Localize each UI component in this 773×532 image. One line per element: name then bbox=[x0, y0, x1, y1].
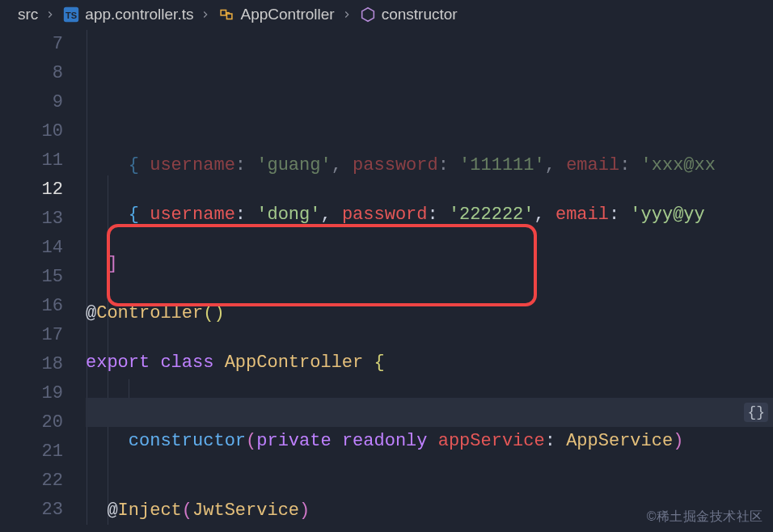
chevron-right-icon bbox=[43, 7, 57, 22]
code-line: ] bbox=[86, 250, 773, 279]
lineno: 8 bbox=[0, 59, 63, 88]
code-line-active: constructor(private readonly appService:… bbox=[86, 398, 773, 427]
svg-rect-2 bbox=[222, 11, 226, 15]
lineno: 20 bbox=[0, 408, 63, 437]
lineno: 16 bbox=[0, 292, 63, 321]
breadcrumb-file[interactable]: app.controller.ts bbox=[85, 6, 193, 23]
lineno: 17 bbox=[0, 321, 63, 350]
lineno: 9 bbox=[0, 88, 63, 117]
svg-rect-3 bbox=[227, 14, 232, 19]
code-line: @Controller() bbox=[86, 299, 773, 328]
line-number-gutter: 7 8 9 10 11 12 13 14 15 16 17 18 19 20 2… bbox=[0, 30, 86, 532]
method-icon bbox=[359, 6, 377, 23]
class-icon bbox=[218, 6, 235, 23]
breadcrumb-class[interactable]: AppController bbox=[240, 6, 334, 23]
lineno: 13 bbox=[0, 205, 63, 234]
lineno: 21 bbox=[0, 437, 63, 467]
svg-text:TS: TS bbox=[65, 11, 77, 20]
lineno: 12 bbox=[0, 175, 63, 205]
lineno: 23 bbox=[0, 496, 63, 525]
lineno: 19 bbox=[0, 379, 63, 408]
lineno: 18 bbox=[0, 350, 63, 379]
typescript-file-icon: TS bbox=[62, 6, 80, 23]
code-content[interactable]: { username: 'guang', password: '111111',… bbox=[86, 30, 773, 532]
lineno: 14 bbox=[0, 234, 63, 263]
lineno: 10 bbox=[0, 117, 63, 146]
code-line: { username: 'guang', password: '111111',… bbox=[86, 151, 773, 180]
breadcrumb-member[interactable]: constructor bbox=[382, 6, 458, 23]
code-line: @Inject(JwtService) bbox=[86, 496, 773, 526]
code-line: export class AppController { bbox=[86, 348, 773, 378]
code-editor[interactable]: 7 8 9 10 11 12 13 14 15 16 17 18 19 20 2… bbox=[0, 30, 773, 532]
code-line: { username: 'dong', password: '222222', … bbox=[86, 201, 773, 230]
fold-indicator[interactable]: {} bbox=[744, 403, 768, 422]
lineno: 7 bbox=[0, 30, 63, 59]
breadcrumb-root[interactable]: src bbox=[18, 6, 38, 23]
chevron-right-icon bbox=[340, 7, 354, 22]
lineno: 11 bbox=[0, 146, 63, 175]
lineno: 22 bbox=[0, 467, 63, 496]
code-line bbox=[86, 447, 773, 476]
breadcrumb: src TS app.controller.ts AppController c… bbox=[0, 0, 773, 30]
chevron-right-icon bbox=[198, 7, 213, 22]
lineno: 15 bbox=[0, 263, 63, 292]
